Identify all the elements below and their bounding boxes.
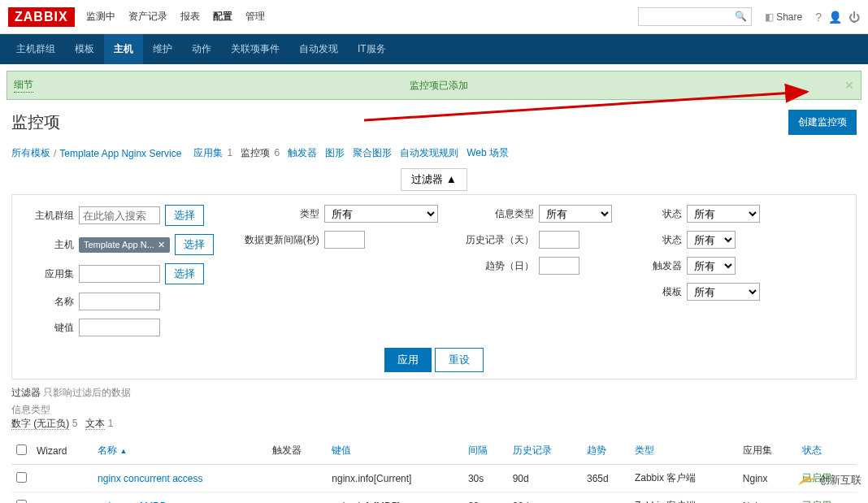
topnav-资产记录[interactable]: 资产记录 — [122, 5, 174, 28]
topnav-管理[interactable]: 管理 — [239, 5, 271, 28]
status2-select[interactable]: 所有 — [687, 231, 736, 249]
bc-template-name[interactable]: Template App Nginx Service — [59, 148, 181, 159]
host-select-button[interactable]: 选择 — [175, 234, 214, 255]
col-triggers: 触发器 — [267, 437, 327, 465]
power-icon[interactable]: ⏻ — [848, 11, 860, 24]
status-link[interactable]: 已启用 — [802, 500, 831, 503]
reset-button[interactable]: 重设 — [435, 348, 484, 372]
type-select[interactable]: 所有 — [324, 205, 438, 223]
info-types: 信息类型 数字 (无正负) 5 文本 1 — [0, 401, 868, 437]
label-host: 主机 — [28, 238, 74, 252]
host-badge[interactable]: Template App N...✕ — [79, 237, 170, 253]
history-input[interactable] — [539, 231, 579, 249]
info-type-select[interactable]: 所有 — [539, 205, 612, 223]
sort-asc-icon: ▲ — [119, 447, 127, 455]
label-history: 历史记录（天） — [462, 233, 534, 247]
hostgroup-select-button[interactable]: 选择 — [165, 205, 204, 226]
share-button[interactable]: ◧ Share — [758, 9, 809, 25]
message-detail-link[interactable]: 细节 — [14, 78, 33, 93]
bc-Web 场景[interactable]: Web 场景 — [467, 147, 509, 158]
label-info-type: 信息类型 — [462, 207, 534, 221]
appset-input[interactable] — [79, 265, 160, 283]
label-hostgroup: 主机群组 — [28, 209, 74, 223]
logo[interactable]: ZABBIX — [8, 7, 75, 27]
row-checkbox[interactable] — [16, 472, 27, 483]
item-name-link[interactable]: nginx conf MD5 — [98, 501, 165, 504]
col-status[interactable]: 状态 — [797, 437, 857, 465]
topbar-left: ZABBIX 监测中资产记录报表配置管理 — [8, 5, 271, 28]
apply-button[interactable]: 应用 — [384, 348, 432, 372]
label-status1: 状态 — [636, 207, 682, 221]
subnav-主机群组[interactable]: 主机群组 — [7, 34, 65, 64]
topnav-配置[interactable]: 配置 — [206, 5, 239, 28]
filter-toggle: 过滤器 ▲ — [0, 168, 868, 191]
item-name-link[interactable]: nginx concurrent access — [98, 473, 202, 484]
subnav-模板[interactable]: 模板 — [65, 34, 104, 64]
name-input[interactable] — [79, 293, 160, 310]
subnav-关联项事件[interactable]: 关联项事件 — [221, 34, 289, 64]
subnav-主机[interactable]: 主机 — [104, 34, 143, 64]
items-table: Wizard 名称 ▲ 触发器 键值 间隔 历史记录 趋势 类型 应用集 状态 … — [11, 437, 857, 503]
row-checkbox[interactable] — [16, 500, 27, 504]
label-interval: 数据更新间隔(秒) — [238, 233, 319, 247]
bc-应用集[interactable]: 应用集 — [193, 147, 223, 158]
subnav-维护[interactable]: 维护 — [143, 34, 182, 64]
info-type-text[interactable]: 文本 — [85, 418, 105, 430]
top-bar: ZABBIX 监测中资产记录报表配置管理 🔍 ◧ Share ? 👤 ⏻ — [0, 0, 868, 34]
col-trend[interactable]: 趋势 — [582, 437, 630, 465]
label-status2: 状态 — [636, 233, 682, 247]
label-trigger: 触发器 — [636, 259, 682, 273]
topnav: 监测中资产记录报表配置管理 — [80, 5, 271, 28]
bc-触发器[interactable]: 触发器 — [288, 147, 317, 158]
table-row: •••nginx conf MD5nginx.info[MD5]30s90dZa… — [11, 492, 857, 504]
label-type: 类型 — [238, 207, 319, 221]
create-item-button[interactable]: 创建监控项 — [788, 110, 857, 135]
hostgroup-input[interactable] — [79, 206, 160, 224]
subnav-IT服务[interactable]: IT服务 — [348, 34, 396, 64]
bc-监控项[interactable]: 监控项 — [241, 147, 270, 158]
bc-图形[interactable]: 图形 — [325, 147, 345, 158]
trigger-select[interactable]: 所有 — [687, 257, 736, 275]
col-name[interactable]: 名称 ▲ — [93, 437, 267, 465]
search-icon[interactable]: 🔍 — [735, 11, 747, 22]
topnav-报表[interactable]: 报表 — [174, 5, 206, 28]
col-wizard: Wizard — [32, 437, 93, 465]
sub-nav: 主机群组模板主机维护动作关联项事件自动发现IT服务 — [0, 34, 868, 64]
topnav-监测中[interactable]: 监测中 — [80, 5, 122, 28]
appset-select-button[interactable]: 选择 — [165, 263, 204, 284]
watermark: 创新互联 — [796, 470, 861, 491]
bc-聚合图形[interactable]: 聚合图形 — [353, 147, 392, 158]
host-badge-remove-icon[interactable]: ✕ — [158, 240, 165, 250]
key-input[interactable] — [79, 319, 160, 336]
page-header: 监控项 创建监控项 — [0, 106, 868, 141]
bc-自动发现规则[interactable]: 自动发现规则 — [400, 147, 458, 158]
label-name: 名称 — [28, 295, 74, 309]
trend-input[interactable] — [539, 257, 579, 275]
table-row: nginx concurrent accessnginx.info[Curren… — [11, 465, 857, 492]
page-title: 监控项 — [11, 111, 60, 133]
template-select[interactable]: 所有 — [687, 283, 760, 301]
status1-select[interactable]: 所有 — [687, 205, 760, 223]
topbar-right: 🔍 ◧ Share ? 👤 ⏻ — [638, 7, 860, 26]
filter-note: 过滤器 只影响过滤后的数据 — [0, 379, 868, 401]
subnav-自动发现[interactable]: 自动发现 — [289, 34, 348, 64]
help-icon[interactable]: ? — [815, 11, 822, 24]
wizard-dots-icon[interactable]: ••• — [37, 501, 50, 504]
label-template: 模板 — [636, 285, 682, 299]
message-close-icon[interactable]: ✕ — [844, 79, 854, 92]
select-all-checkbox[interactable] — [16, 444, 27, 455]
label-trend: 趋势（日） — [462, 259, 534, 273]
message-text: 监控项已添加 — [33, 79, 844, 93]
breadcrumb: 所有模板 / Template App Nginx Service 应用集 1 … — [0, 141, 868, 165]
info-type-numeric[interactable]: 数字 (无正负) — [11, 418, 69, 430]
user-icon[interactable]: 👤 — [828, 11, 842, 24]
col-key[interactable]: 键值 — [327, 437, 463, 465]
col-history[interactable]: 历史记录 — [508, 437, 582, 465]
subnav-动作[interactable]: 动作 — [182, 34, 221, 64]
interval-input[interactable] — [324, 231, 365, 249]
message-bar: 细节 监控项已添加 ✕ — [7, 71, 861, 100]
col-type[interactable]: 类型 — [630, 437, 738, 465]
col-interval[interactable]: 间隔 — [463, 437, 508, 465]
filter-toggle-button[interactable]: 过滤器 ▲ — [401, 168, 467, 191]
bc-all-templates[interactable]: 所有模板 — [11, 146, 50, 160]
